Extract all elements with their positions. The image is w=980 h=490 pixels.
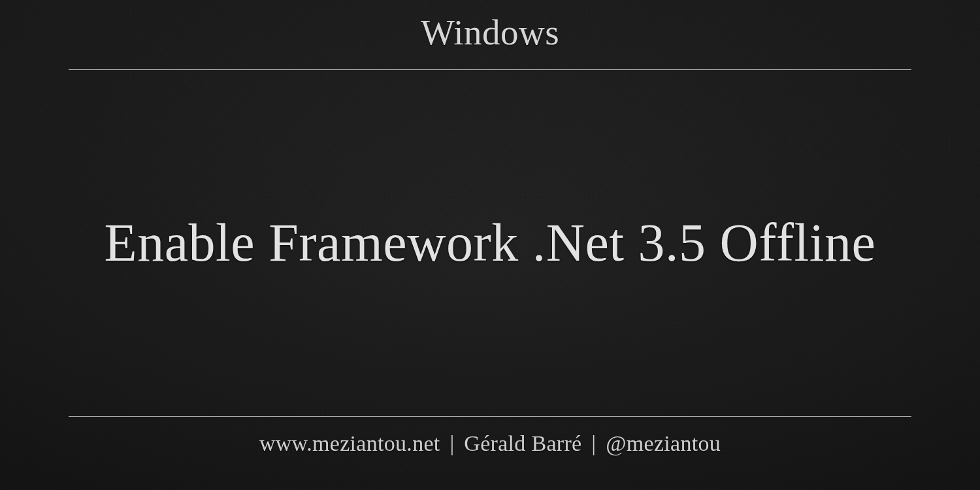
footer-author: Gérald Barré — [464, 431, 581, 455]
category-label: Windows — [421, 12, 559, 53]
footer-separator: | — [587, 431, 600, 455]
footer-website: www.meziantou.net — [259, 431, 440, 455]
footer-handle: @meziantou — [606, 431, 721, 455]
title-area: Enable Framework .Net 3.5 Offline — [69, 70, 911, 416]
footer: www.meziantou.net | Gérald Barré | @mezi… — [259, 431, 721, 456]
footer-separator: | — [446, 431, 458, 455]
article-title: Enable Framework .Net 3.5 Offline — [105, 212, 876, 274]
divider-bottom — [69, 416, 911, 417]
